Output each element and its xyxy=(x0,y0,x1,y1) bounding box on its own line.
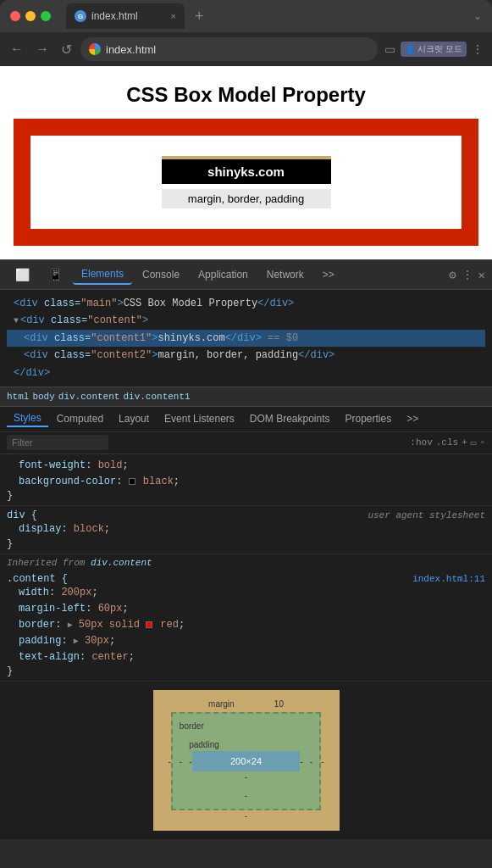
devtools-tab-console[interactable]: Console xyxy=(134,265,188,284)
filter-cls[interactable]: .cls xyxy=(436,437,458,448)
tabs-chevron-icon[interactable]: ⌄ xyxy=(473,10,482,22)
address-bar: ← → ↺ index.html ▭ 👤 시크릿 모드 ⋮ xyxy=(0,32,492,66)
breadcrumb-div-content[interactable]: div.content xyxy=(58,392,120,402)
property-text-align: text-align: center; xyxy=(7,649,485,665)
inherited-header: Inherited from div.content xyxy=(0,554,492,570)
rule-source[interactable]: index.html:11 xyxy=(412,574,485,584)
cast-icon[interactable]: ▭ xyxy=(383,41,397,58)
filter-icon2[interactable]: ▫ xyxy=(479,437,485,448)
tab-icon: G xyxy=(75,10,86,22)
badge-icon: 👤 xyxy=(405,45,415,54)
tab-event-listeners[interactable]: Event Listeners xyxy=(158,411,241,426)
address-field[interactable]: index.html xyxy=(80,37,378,61)
filter-bar: :hov .cls + ▭ ▫ xyxy=(0,432,492,454)
menu-icon[interactable]: ⋮ xyxy=(470,41,485,58)
breadcrumb-html[interactable]: html xyxy=(7,392,29,402)
tab-title: index.html xyxy=(91,10,138,22)
html-line-3-highlighted[interactable]: <div class="content1">shinyks.com</div> … xyxy=(7,330,485,347)
tab-styles[interactable]: Styles xyxy=(7,410,48,427)
elements-panel: <div class="main">CSS Box Model Property… xyxy=(0,290,492,387)
html-line-4: <div class="content2">margin, border, pa… xyxy=(7,347,485,364)
styles-toolbar: Styles Computed Layout Event Listeners D… xyxy=(0,407,492,432)
filter-input[interactable] xyxy=(7,435,108,450)
box-demo-inner: shinyks.com margin, border, padding xyxy=(30,136,462,229)
devtools-tab-application[interactable]: Application xyxy=(190,265,257,284)
webpage-content: CSS Box Model Property shinyks.com margi… xyxy=(0,66,492,259)
browser-tab[interactable]: G index.html × xyxy=(66,3,185,29)
styles-rule-ua: div { user agent stylesheet display: blo… xyxy=(0,506,492,554)
address-icons: ▭ 👤 시크릿 모드 ⋮ xyxy=(383,41,485,58)
close-icon[interactable]: ✕ xyxy=(478,268,485,282)
badge-label: 시크릿 모드 xyxy=(417,43,462,55)
content2-element: margin, border, padding xyxy=(162,189,331,209)
bm-content-box: 200×24 xyxy=(192,751,301,771)
property-width: width: 200px; xyxy=(7,585,485,601)
devtools-tab-elements[interactable]: Elements xyxy=(73,264,132,285)
devtools-panel: ⬜ 📱 Elements Console Application Network… xyxy=(0,259,492,839)
filter-actions: :hov .cls + ▭ ▫ xyxy=(410,437,485,448)
color-swatch-black xyxy=(129,478,135,485)
rule-header-content: .content { index.html:11 xyxy=(7,573,485,585)
property-padding: padding: ▶ 30px; xyxy=(7,633,485,649)
box-model-diagram: margin 10 - border - padding - 200× xyxy=(0,682,492,839)
maximize-button[interactable] xyxy=(41,11,51,21)
bm-padding-bottom: - xyxy=(189,771,303,783)
content1-element: shinyks.com xyxy=(162,156,331,184)
tab-dom-breakpoints[interactable]: DOM Breakpoints xyxy=(243,411,337,426)
bm-content-label: 200×24 xyxy=(230,756,262,766)
bm-margin-right: - xyxy=(321,757,323,766)
breadcrumb-body[interactable]: body xyxy=(32,392,54,402)
bm-margin-label: margin 10 xyxy=(169,698,324,710)
devtools-tab-more[interactable]: >> xyxy=(314,265,343,284)
tab-close-icon[interactable]: × xyxy=(171,11,176,21)
close-button[interactable] xyxy=(10,11,20,21)
address-text: index.html xyxy=(106,43,156,56)
tab-layout[interactable]: Layout xyxy=(112,411,156,426)
bm-padding-box: padding - 200×24 - - xyxy=(182,732,310,790)
devtools-toolbar: ⬜ 📱 Elements Console Application Network… xyxy=(0,259,492,290)
color-swatch-red xyxy=(146,621,152,628)
bm-border-bottom: - xyxy=(180,790,312,802)
filter-plus[interactable]: + xyxy=(462,437,467,448)
minimize-button[interactable] xyxy=(25,11,36,21)
breadcrumb-bar: html body div.content div.content1 xyxy=(0,387,492,407)
filter-hov[interactable]: :hov xyxy=(410,437,432,448)
property-display: display: block; xyxy=(7,521,485,537)
html-line-1: <div class="main">CSS Box Model Property… xyxy=(7,295,485,312)
rule-header-div: div { user agent stylesheet xyxy=(7,509,485,521)
page-title: CSS Box Model Property xyxy=(14,83,478,107)
styles-rule-content: .content { index.html:11 width: 200px; m… xyxy=(0,570,492,682)
bm-border-box: border - padding - 200×24 - xyxy=(171,712,321,810)
bm-margin-middle: - border - padding - 200×24 - xyxy=(169,712,324,810)
browser-titlebar: G index.html × + ⌄ xyxy=(0,0,492,32)
devtools-tab-inspect[interactable]: ⬜ xyxy=(7,264,38,285)
incognito-badge: 👤 시크릿 모드 xyxy=(401,42,467,57)
styles-rule-1: font-weight: bold; background-color: bla… xyxy=(0,454,492,506)
devtools-icons: ⚙ ⋮ ✕ xyxy=(449,268,485,282)
new-tab-button[interactable]: + xyxy=(188,8,211,25)
filter-icon1[interactable]: ▭ xyxy=(471,437,477,448)
refresh-button[interactable]: ↺ xyxy=(58,40,75,59)
tab-properties[interactable]: Properties xyxy=(339,411,399,426)
html-line-2: ▼<div class="content"> xyxy=(7,312,485,329)
settings-icon[interactable]: ⚙ xyxy=(449,268,456,282)
property-font-weight: font-weight: bold; xyxy=(7,458,485,474)
tab-computed[interactable]: Computed xyxy=(50,411,110,426)
traffic-lights xyxy=(10,11,51,21)
google-icon xyxy=(89,43,101,55)
back-button[interactable]: ← xyxy=(7,40,27,58)
closing-brace: } xyxy=(7,490,485,502)
bm-padding-right: - xyxy=(300,757,302,766)
tab-more[interactable]: >> xyxy=(400,411,425,426)
property-margin-left: margin-left: 60px; xyxy=(7,601,485,617)
bm-border-middle: - padding - 200×24 - - xyxy=(180,732,312,790)
bm-border-right: - xyxy=(310,757,312,766)
closing-brace-3: } xyxy=(7,665,485,677)
devtools-tab-device[interactable]: 📱 xyxy=(40,264,71,285)
forward-button[interactable]: → xyxy=(32,40,53,58)
devtools-tab-network[interactable]: Network xyxy=(258,265,312,284)
breadcrumb-div-content1[interactable]: div.content1 xyxy=(123,392,190,402)
devtools-menu-icon[interactable]: ⋮ xyxy=(462,268,473,282)
property-border: border: ▶ 50px solid red; xyxy=(7,617,485,633)
html-line-5: </div> xyxy=(7,364,485,381)
